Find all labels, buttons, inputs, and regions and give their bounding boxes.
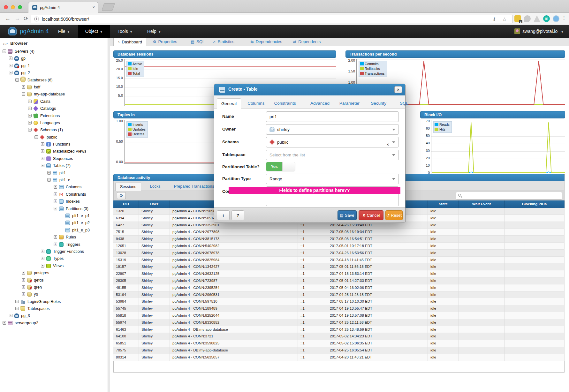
table-row[interactable]: 12651ShirleypgAdmin 4 - CONN:5402982::12… bbox=[113, 243, 565, 250]
tree-item-public[interactable]: −public bbox=[0, 134, 108, 141]
collapse-icon[interactable]: − bbox=[47, 178, 51, 182]
chevron-down-icon[interactable] bbox=[392, 129, 395, 131]
tree-item-fsdf[interactable]: +fsdf bbox=[0, 84, 108, 91]
tree-item-functions[interactable]: +Functions bbox=[0, 141, 108, 148]
save-button[interactable]: ▤Save bbox=[338, 210, 357, 220]
address-input[interactable]: i localhost:5050/browser/ ⚷ ☆ bbox=[31, 15, 513, 23]
menu-object[interactable]: Object▼ bbox=[78, 25, 110, 38]
column-header-pid[interactable]: PID bbox=[113, 200, 139, 208]
expand-icon[interactable]: + bbox=[28, 114, 32, 117]
expand-icon[interactable]: + bbox=[54, 185, 57, 189]
dialog-header[interactable]: Create - Table bbox=[214, 84, 405, 95]
expand-icon[interactable]: + bbox=[22, 285, 25, 289]
expand-icon[interactable]: + bbox=[9, 64, 12, 67]
name-input[interactable]: prt1 bbox=[266, 111, 399, 122]
collapse-icon[interactable]: − bbox=[15, 78, 19, 82]
partitioned-toggle[interactable]: Yes bbox=[266, 162, 295, 171]
table-row[interactable]: 80314ShirleypgAdmin 4 - CONN:5635057::12… bbox=[113, 354, 565, 361]
collapse-icon[interactable]: − bbox=[54, 207, 57, 210]
chevron-down-icon[interactable] bbox=[392, 178, 395, 180]
tree-item-servergroup2[interactable]: +servergroup2 bbox=[0, 320, 108, 327]
partition-type-select[interactable]: Range bbox=[266, 174, 399, 184]
expand-icon[interactable]: + bbox=[41, 149, 44, 153]
expand-icon[interactable]: + bbox=[3, 321, 6, 325]
menu-tools[interactable]: Tools▼ bbox=[110, 25, 140, 38]
chevron-down-icon[interactable] bbox=[392, 154, 395, 156]
clear-icon[interactable]: × bbox=[386, 139, 389, 149]
tree-item-partitions-3-[interactable]: −Partitions (3) bbox=[0, 205, 108, 212]
tab-dashboard[interactable]: ◔Dashboard bbox=[113, 38, 146, 46]
tree-item-my-app-database[interactable]: −my-app-database bbox=[0, 91, 108, 98]
dialog-tab-security[interactable]: Security bbox=[367, 98, 391, 109]
tree-item-postgres[interactable]: +postgres bbox=[0, 269, 108, 276]
tree-item-plt1-e-p3[interactable]: plt1_e_p3 bbox=[0, 227, 108, 234]
expand-icon[interactable]: + bbox=[47, 171, 51, 175]
tree-item-pg-1[interactable]: +pg_1 bbox=[0, 62, 108, 69]
owner-select[interactable]: shirley bbox=[266, 124, 399, 135]
tree-item-gp[interactable]: +gp bbox=[0, 55, 108, 62]
collapse-icon[interactable]: − bbox=[34, 135, 38, 139]
dialog-tab-parameter[interactable]: Parameter bbox=[335, 98, 364, 109]
extension-icon-2[interactable] bbox=[524, 15, 531, 22]
expand-icon[interactable]: + bbox=[9, 314, 12, 317]
tree-item-plt1-e-p1[interactable]: plt1_e_p1 bbox=[0, 212, 108, 219]
dialog-close-button[interactable]: × bbox=[394, 86, 402, 93]
table-row[interactable]: 19157ShirleypgAdmin 4 - CONN:1342427::12… bbox=[113, 263, 565, 270]
refresh-icon[interactable]: ⟳ bbox=[24, 15, 28, 22]
minimize-window-button[interactable] bbox=[11, 5, 15, 9]
activity-tab-prepared-transactions[interactable]: Prepared Transactions bbox=[170, 183, 219, 191]
dialog-tab-sql[interactable]: SQL bbox=[396, 98, 413, 109]
collapse-icon[interactable]: − bbox=[3, 49, 6, 53]
user-menu[interactable]: swang@pivotal.io ▼ bbox=[514, 25, 564, 38]
collapse-icon[interactable]: − bbox=[9, 71, 12, 74]
tree-item-login-group-roles[interactable]: +Login/Group Roles bbox=[0, 298, 108, 305]
browser-tab[interactable]: pgAdmin 4 × bbox=[28, 2, 98, 13]
activity-tab-locks[interactable]: Locks bbox=[146, 183, 165, 191]
tree-item-views[interactable]: +Views bbox=[0, 262, 108, 269]
table-row[interactable]: 53194ShirleypgAdmin 4 - CONN:2960531::12… bbox=[113, 291, 565, 298]
table-row[interactable]: 64100ShirleypgAdmin 4 - CONN:3721::12017… bbox=[113, 333, 565, 340]
schema-select[interactable]: public × bbox=[266, 137, 399, 147]
tree-item-extensions[interactable]: +Extensions bbox=[0, 112, 108, 119]
tab-properties[interactable]: ⚙Properties bbox=[149, 38, 181, 46]
tree-item-plt1[interactable]: +plt1 bbox=[0, 170, 108, 177]
zoom-window-button[interactable] bbox=[18, 5, 22, 9]
table-row[interactable]: 53984ShirleypgAdmin 4 - CONN:597510::120… bbox=[113, 298, 565, 305]
tab-sql[interactable]: ▤SQL bbox=[187, 38, 209, 46]
chevron-down-icon[interactable] bbox=[392, 141, 395, 143]
close-window-button[interactable] bbox=[4, 5, 8, 9]
expand-icon[interactable]: + bbox=[41, 250, 44, 253]
table-row[interactable]: 48155ShirleypgAdmin 4 - CONN:2395254::12… bbox=[113, 284, 565, 291]
password-key-icon[interactable]: ⚷ bbox=[493, 16, 496, 21]
tree-item-yo[interactable]: +yo bbox=[0, 291, 108, 298]
column-header-state[interactable]: State bbox=[428, 200, 459, 208]
tree-item-tables-7-[interactable]: −Tables (7) bbox=[0, 162, 108, 169]
tree-item-constraints[interactable]: +Constraints bbox=[0, 191, 108, 198]
table-row[interactable]: 28305ShirleypgAdmin 4 - CONN:723987::120… bbox=[113, 277, 565, 284]
tree-item-sequences[interactable]: +Sequences bbox=[0, 155, 108, 162]
expand-icon[interactable]: + bbox=[54, 243, 57, 246]
extension-icon-1[interactable]: 1 bbox=[514, 15, 521, 22]
table-row[interactable]: 65851ShirleypgAdmin 4 - CONN:3598825::12… bbox=[113, 340, 565, 347]
expand-icon[interactable]: + bbox=[54, 192, 57, 196]
dialog-tab-general[interactable]: General bbox=[217, 98, 241, 109]
help-button[interactable]: ? bbox=[231, 210, 244, 220]
dialog-tab-advanced[interactable]: Advanced bbox=[306, 98, 334, 109]
tree-item-triggers[interactable]: +Triggers bbox=[0, 241, 108, 248]
new-tab-button[interactable] bbox=[102, 3, 115, 11]
table-row[interactable]: 15319ShirleypgAdmin 4 - CONN:3825984::12… bbox=[113, 257, 565, 264]
expand-icon[interactable]: + bbox=[54, 235, 57, 239]
expand-icon[interactable]: + bbox=[41, 257, 44, 260]
column-header-blocking-pids[interactable]: Blocking PIDs bbox=[505, 200, 565, 208]
tree-item-rules[interactable]: +Rules bbox=[0, 234, 108, 241]
browser-menu-icon[interactable]: ⋮ bbox=[562, 15, 566, 21]
tree-item-trigger-functions[interactable]: +Trigger Functions bbox=[0, 248, 108, 255]
expand-icon[interactable]: + bbox=[41, 157, 44, 160]
table-row[interactable]: 7515ShirleypgAdmin 4 - CONN:2977898::120… bbox=[113, 229, 565, 236]
column-header-wait-event[interactable]: Wait Event bbox=[459, 200, 505, 208]
tree-item-databases-6-[interactable]: −Databases (6) bbox=[0, 77, 108, 84]
tree-item-qreh[interactable]: +qreh bbox=[0, 284, 108, 291]
tree-item-pg-2[interactable]: −pg_2 bbox=[0, 69, 108, 76]
table-row[interactable]: 9438ShirleypgAdmin 4 - CONN:3815173::120… bbox=[113, 236, 565, 243]
expand-icon[interactable]: + bbox=[22, 85, 25, 89]
